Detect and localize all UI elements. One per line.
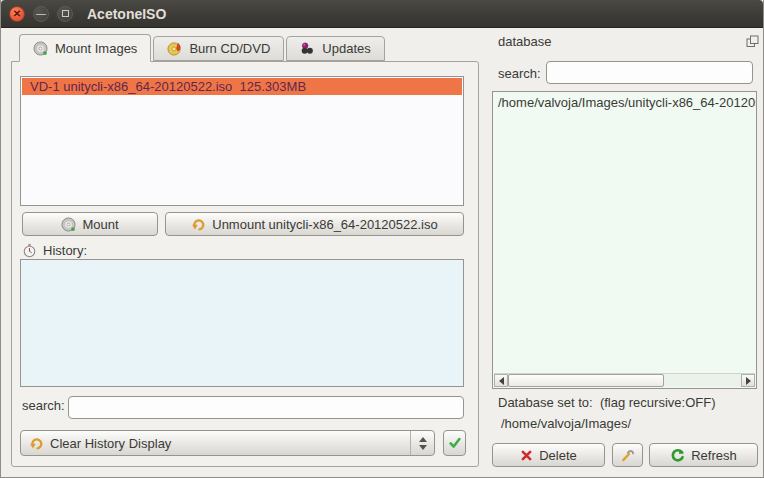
undo-arrow-icon xyxy=(29,436,44,451)
minimize-button[interactable]: — xyxy=(33,6,49,22)
delete-x-icon xyxy=(520,449,533,462)
history-search-input[interactable] xyxy=(68,396,464,419)
history-clock-icon xyxy=(22,243,37,258)
combobox-selected-label: Clear History Display xyxy=(50,436,171,451)
spin-down-icon xyxy=(419,445,427,450)
maximize-button[interactable] xyxy=(57,6,73,22)
checkmark-icon xyxy=(448,436,462,450)
database-search-label: search: xyxy=(498,66,541,81)
image-list-item-selected[interactable]: VD-1 unitycli-x86_64-20120522.iso 125.30… xyxy=(22,78,462,95)
delete-button-label: Delete xyxy=(539,448,577,463)
database-list[interactable]: /home/valvoja/Images/unitycli-x86_64-201… xyxy=(492,91,757,389)
titlebar: ✕ — AcetoneISO xyxy=(1,0,763,28)
dock-float-icon[interactable] xyxy=(746,35,759,48)
tab-label: Updates xyxy=(322,41,370,56)
tab-updates[interactable]: Updates xyxy=(286,36,384,61)
database-buttons-row: Delete Refresh xyxy=(492,443,758,467)
updates-icon xyxy=(300,41,315,56)
history-search-label: search: xyxy=(22,398,65,413)
tab-mount-images[interactable]: Mount Images xyxy=(19,34,151,62)
window-title: AcetoneISO xyxy=(87,6,166,22)
refresh-icon xyxy=(670,448,685,463)
acetoneiso-window: ✕ — AcetoneISO Mount Images Burn CD/DVD … xyxy=(0,0,764,478)
refresh-button[interactable]: Refresh xyxy=(649,443,758,467)
tab-burn-cd-dvd[interactable]: Burn CD/DVD xyxy=(153,36,284,61)
undo-arrow-icon xyxy=(191,217,206,232)
refresh-button-label: Refresh xyxy=(691,448,737,463)
history-label-text: History: xyxy=(43,243,87,258)
search-label-text: search: xyxy=(22,398,65,413)
close-button[interactable]: ✕ xyxy=(9,6,25,22)
scroll-left-icon xyxy=(499,377,504,385)
apply-action-button[interactable] xyxy=(443,430,466,456)
combobox-spinner[interactable] xyxy=(410,431,434,455)
convert-tool-button[interactable] xyxy=(612,443,643,467)
scrollbar-track[interactable] xyxy=(508,374,741,387)
maximize-icon xyxy=(62,10,69,17)
scroll-right-button[interactable] xyxy=(741,374,755,387)
mount-button-label: Mount xyxy=(82,217,118,232)
horizontal-scrollbar[interactable] xyxy=(494,373,755,387)
cd-icon xyxy=(33,41,48,56)
burn-cd-icon xyxy=(167,41,182,56)
cd-icon xyxy=(61,217,76,232)
history-label: History: xyxy=(22,243,87,258)
tab-bar: Mount Images Burn CD/DVD Updates xyxy=(19,34,387,61)
image-list[interactable]: VD-1 unitycli-x86_64-20120522.iso 125.30… xyxy=(20,76,464,206)
history-action-combobox[interactable]: Clear History Display xyxy=(20,430,435,456)
tab-label: Burn CD/DVD xyxy=(189,41,270,56)
spin-up-icon xyxy=(419,437,427,442)
history-list[interactable] xyxy=(20,259,464,387)
unmount-button-label: Unmount unitycli-x86_64-20120522.iso xyxy=(212,217,437,232)
unmount-button[interactable]: Unmount unitycli-x86_64-20120522.iso xyxy=(165,212,464,236)
database-list-item[interactable]: /home/valvoja/Images/unitycli-x86_64-201… xyxy=(493,92,756,110)
mount-images-pane: VD-1 unitycli-x86_64-20120522.iso 125.30… xyxy=(11,61,479,467)
database-search-input[interactable] xyxy=(546,61,753,84)
scrollbar-thumb[interactable] xyxy=(508,374,664,387)
database-status-line: Database set to: (flag recursive:OFF) xyxy=(498,395,715,410)
tab-label: Mount Images xyxy=(55,41,137,56)
delete-button[interactable]: Delete xyxy=(492,443,605,467)
database-dock-title: database xyxy=(498,34,552,49)
wand-icon xyxy=(620,448,635,463)
database-path: /home/valvoja/Images/ xyxy=(501,416,631,431)
mount-buttons-row: Mount Unmount unitycli-x86_64-20120522.i… xyxy=(22,212,464,236)
scroll-right-icon xyxy=(746,377,751,385)
mount-button[interactable]: Mount xyxy=(22,212,158,236)
scroll-left-button[interactable] xyxy=(494,374,508,387)
